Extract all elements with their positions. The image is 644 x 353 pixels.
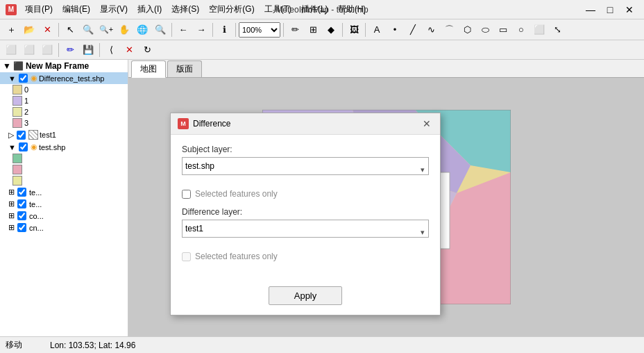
line-tool[interactable]: ╱ (405, 22, 421, 38)
expand-icon-t1: ▷ (8, 131, 14, 140)
tb2-btn2[interactable]: ⬜ (21, 42, 37, 58)
menu-insert[interactable]: 插入(I) (133, 2, 166, 17)
difference-selected-row: Selected features only (182, 252, 429, 261)
layer-cn2-name: cn... (29, 224, 44, 232)
layer-cn1-cb[interactable] (17, 211, 26, 220)
layer-test-shp[interactable]: ▼ ◉ test.shp (0, 141, 128, 153)
globe-tool[interactable]: 🌐 (134, 22, 151, 38)
tool-b[interactable]: ⊞ (305, 22, 321, 38)
tool-c[interactable]: ◆ (323, 22, 339, 38)
difference-dialog[interactable]: M Difference ✕ Subject layer: test.shp (170, 113, 441, 315)
image-tool[interactable]: 🖼 (346, 22, 362, 38)
close-button[interactable]: ✕ (620, 3, 638, 17)
map-frame-header[interactable]: ▼ ⬛ New Map Frame (0, 60, 128, 72)
tb2-btn1[interactable]: ⬜ (3, 42, 19, 58)
new-button[interactable]: ＋ (3, 22, 19, 38)
menu-edit[interactable]: 编辑(E) (58, 2, 94, 17)
layer-test-shp-checkbox[interactable] (19, 142, 28, 151)
back-tb[interactable]: ⟨ (103, 42, 119, 58)
menu-project[interactable]: 项目(P) (21, 2, 57, 17)
difference-selected-label: Selected features only (195, 252, 278, 261)
difference-selected-checkbox[interactable] (182, 252, 191, 261)
rect-tool[interactable]: ▭ (495, 22, 511, 38)
cancel-tb[interactable]: ✕ (121, 42, 137, 58)
layer-test2-name: te... (29, 188, 42, 197)
layer-ts-icon: ◉ (31, 142, 37, 151)
zoom-in-button[interactable]: 🔍+ (98, 22, 115, 38)
open-button[interactable]: 📂 (21, 22, 37, 38)
find-tool[interactable]: 🔍 (152, 22, 169, 38)
dot-tool[interactable]: • (387, 22, 403, 38)
separator3 (212, 23, 213, 37)
poly-tool[interactable]: ⬡ (459, 22, 475, 38)
back-button[interactable]: ← (175, 22, 192, 38)
layer-checkbox[interactable] (19, 74, 28, 83)
subject-selected-checkbox[interactable] (182, 190, 191, 199)
legend-item-3[interactable]: 3 (0, 117, 128, 129)
apply-button[interactable]: Apply (269, 286, 343, 305)
legend-label-2: 2 (24, 108, 28, 116)
dialog-close-button[interactable]: ✕ (421, 117, 433, 130)
ellipse-tool[interactable]: ⬭ (477, 22, 493, 38)
color-ts-2 (12, 165, 22, 174)
circle-tool[interactable]: ○ (513, 22, 529, 38)
pan-tool[interactable]: ✋ (116, 22, 133, 38)
info-button[interactable]: ℹ (216, 22, 232, 38)
legend-item-2[interactable]: 2 (0, 106, 128, 117)
layer-test1-checkbox[interactable] (17, 131, 26, 140)
close-button-tb[interactable]: ✕ (39, 22, 56, 38)
layer-test3-name: te... (29, 200, 42, 208)
hatch-icon (28, 130, 38, 140)
subject-layer-select[interactable]: test.shp (182, 157, 429, 175)
save-tb-button[interactable]: 💾 (80, 42, 96, 58)
zoom-select[interactable]: 100% (239, 22, 280, 38)
toolbar-secondary: ⬜ ⬜ ⬜ ✏ 💾 ⟨ ✕ ↻ (0, 40, 644, 60)
layer-name: Difference_test.shp (39, 74, 105, 83)
square-tool[interactable]: ⬜ (531, 22, 548, 38)
menu-view[interactable]: 显示(V) (96, 2, 132, 17)
difference-layer-select[interactable]: test1 (182, 220, 429, 238)
menu-spatial[interactable]: 空间分析(G) (205, 2, 258, 17)
map-view[interactable]: M Difference ✕ Subject layer: test.shp (128, 78, 644, 336)
legend-ts-1[interactable] (0, 153, 128, 164)
legend-ts-2[interactable] (0, 164, 128, 175)
difference-layer-select-wrapper: test1 (182, 220, 429, 245)
menu-select[interactable]: 选择(S) (167, 2, 203, 17)
layer-test3-cb[interactable] (17, 199, 26, 208)
subject-selected-label: Selected features only (195, 189, 278, 199)
layer-difference-test[interactable]: ▼ ◉ Difference_test.shp (0, 72, 128, 84)
legend-label-3: 3 (24, 119, 28, 127)
tb2-btn3[interactable]: ⬜ (39, 42, 56, 58)
layer-test3[interactable]: ⊞ te... (0, 198, 128, 210)
dialog-header[interactable]: M Difference ✕ (171, 113, 440, 135)
layer-test2[interactable]: ⊞ te... (0, 186, 128, 198)
refresh-tb[interactable]: ↻ (139, 42, 155, 58)
edit-pencil[interactable]: ✏ (62, 42, 78, 58)
forward-button[interactable]: → (193, 22, 210, 38)
layer-cn1[interactable]: ⊞ co... (0, 210, 128, 222)
tab-layout[interactable]: 版面 (167, 60, 202, 77)
separator6 (342, 23, 343, 37)
select-tool[interactable]: ↖ (62, 22, 78, 38)
legend-ts-3[interactable] (0, 175, 128, 186)
text-tool[interactable]: A (368, 22, 385, 38)
tb2-sep (58, 43, 59, 57)
window-controls: — □ ✕ (582, 3, 638, 17)
zoom-out-button[interactable]: 🔍 (80, 22, 96, 38)
layer-cn2[interactable]: ⊞ cn... (0, 222, 128, 233)
legend-item-0[interactable]: 0 (0, 84, 128, 95)
tool-a[interactable]: ✏ (287, 22, 303, 38)
tab-map[interactable]: 地图 (131, 60, 166, 78)
color-swatch-2 (12, 107, 22, 117)
maximize-button[interactable]: □ (601, 3, 619, 17)
layer-test2-cb[interactable] (17, 188, 26, 197)
titlebar: M 项目(P) 编辑(E) 显示(V) 插入(I) 选择(S) 空间分析(G) … (0, 0, 644, 19)
resize-tool[interactable]: ⤡ (549, 22, 566, 38)
minimize-button[interactable]: — (582, 3, 600, 17)
status-coordinates: Lon: 103.53; Lat: 14.96 (50, 340, 135, 350)
legend-item-1[interactable]: 1 (0, 95, 128, 106)
layer-cn2-cb[interactable] (17, 223, 26, 232)
curve-tool[interactable]: ∿ (423, 22, 439, 38)
layer-test1[interactable]: ▷ test1 (0, 129, 128, 141)
arc-tool[interactable]: ⌒ (441, 22, 457, 38)
